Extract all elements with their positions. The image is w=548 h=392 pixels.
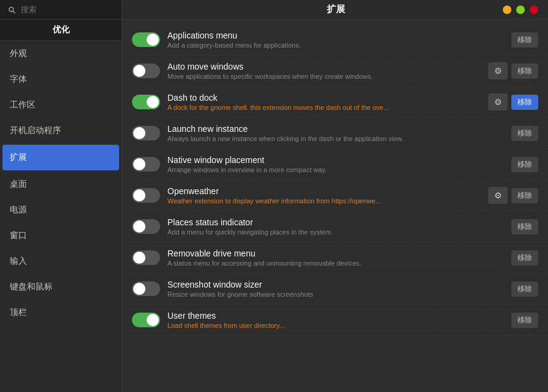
sidebar: 优化 外观字体工作区开机启动程序扩展桌面电源窗口输入键盘和鼠标顶栏 <box>0 0 122 392</box>
ext-actions: 移除 <box>511 126 538 141</box>
remove-button[interactable]: 移除 <box>511 126 538 141</box>
ext-desc: Arrange windows in overview in a more co… <box>167 166 473 173</box>
sidebar-items-list: 外观字体工作区开机启动程序扩展桌面电源窗口输入键盘和鼠标顶栏 <box>0 41 122 392</box>
minimize-button[interactable] <box>503 5 511 14</box>
ext-name: Screenshot window sizer <box>167 280 504 289</box>
sidebar-item-顶栏[interactable]: 顶栏 <box>0 300 122 325</box>
ext-name: Applications menu <box>167 31 504 40</box>
gear-button[interactable]: ⚙ <box>488 62 508 79</box>
ext-info-places-status-indicator: Places status indicatorAdd a menu for qu… <box>167 217 504 236</box>
sidebar-item-电源[interactable]: 电源 <box>0 197 122 223</box>
toggle-removable-drive-menu[interactable] <box>132 250 160 265</box>
extension-item: Screenshot window sizerResize windows fo… <box>122 274 548 305</box>
ext-info-openweather: OpenweatherWeather extension to display … <box>167 186 481 205</box>
toggle-auto-move-windows[interactable] <box>132 64 160 78</box>
ext-actions: 移除 <box>511 281 538 297</box>
sidebar-item-键盘和鼠标[interactable]: 键盘和鼠标 <box>0 274 122 300</box>
ext-desc: Add a category-based menu for applicatio… <box>167 42 473 49</box>
toggle-applications-menu[interactable] <box>132 32 160 47</box>
remove-button[interactable]: 移除 <box>511 219 538 234</box>
maximize-button[interactable] <box>516 5 525 14</box>
ext-info-launch-new-instance: Launch new instanceAlways launch a new i… <box>167 124 504 142</box>
ext-desc: A dock for the gnome shell. this extensi… <box>167 104 473 111</box>
ext-actions: 移除 <box>511 313 538 328</box>
ext-name: Dash to dock <box>167 93 481 103</box>
gear-button[interactable]: ⚙ <box>488 187 508 204</box>
main-content: 扩展 Applications menuAdd a category-based… <box>122 0 548 392</box>
ext-info-native-window-placement: Native window placementArrange windows i… <box>167 155 504 173</box>
remove-button[interactable]: 移除 <box>511 95 538 110</box>
sidebar-item-桌面[interactable]: 桌面 <box>0 172 122 197</box>
extensions-list: Applications menuAdd a category-based me… <box>122 20 548 392</box>
window-controls <box>503 5 538 14</box>
ext-actions: 移除 <box>511 157 538 172</box>
toggle-places-status-indicator[interactable] <box>132 219 160 234</box>
remove-button[interactable]: 移除 <box>511 250 538 266</box>
ext-name: Removable drive menu <box>167 249 504 258</box>
sidebar-item-开机启动程序[interactable]: 开机启动程序 <box>0 118 122 143</box>
ext-name: Auto move windows <box>167 62 481 71</box>
ext-name: User themes <box>167 311 504 321</box>
ext-info-removable-drive-menu: Removable drive menuA status menu for ac… <box>167 249 504 267</box>
extension-item: Native window placementArrange windows i… <box>122 149 548 180</box>
ext-info-dash-to-dock: Dash to dockA dock for the gnome shell. … <box>167 93 481 111</box>
remove-button[interactable]: 移除 <box>511 188 538 203</box>
extension-item: Launch new instanceAlways launch a new i… <box>122 118 548 149</box>
extension-item: Applications menuAdd a category-based me… <box>122 24 548 56</box>
ext-actions: 移除 <box>511 250 538 266</box>
ext-name: Places status indicator <box>167 217 504 227</box>
page-title: 扩展 <box>169 4 503 15</box>
toggle-native-window-placement[interactable] <box>132 157 160 172</box>
main-header: 扩展 <box>122 0 548 20</box>
search-bar[interactable] <box>0 0 122 20</box>
ext-desc: Always launch a new instance when clicki… <box>167 135 473 142</box>
toggle-openweather[interactable] <box>132 188 160 203</box>
ext-desc: A status menu for accessing and unmounti… <box>167 260 473 267</box>
ext-desc: Load shell themes from user directory... <box>167 322 473 329</box>
ext-actions: 移除 <box>511 219 538 234</box>
toggle-launch-new-instance[interactable] <box>132 126 160 140</box>
ext-info-user-themes: User themesLoad shell themes from user d… <box>167 311 504 329</box>
toggle-dash-to-dock[interactable] <box>132 95 160 109</box>
close-button[interactable] <box>530 5 538 14</box>
ext-actions: ⚙移除 <box>488 62 538 79</box>
remove-button[interactable]: 移除 <box>511 281 538 297</box>
extension-item: Auto move windowsMove applications to sp… <box>122 56 548 87</box>
extension-item: User themesLoad shell themes from user d… <box>122 305 548 336</box>
sidebar-item-外观[interactable]: 外观 <box>0 41 122 67</box>
toggle-screenshot-window-sizer[interactable] <box>132 281 160 296</box>
ext-actions: ⚙移除 <box>488 187 538 204</box>
extension-item: Places status indicatorAdd a menu for qu… <box>122 211 548 242</box>
remove-button[interactable]: 移除 <box>511 157 538 172</box>
ext-desc: Add a menu for quickly navigating places… <box>167 228 473 236</box>
sidebar-item-字体[interactable]: 字体 <box>0 67 122 92</box>
sidebar-item-工作区[interactable]: 工作区 <box>0 92 122 118</box>
search-input[interactable] <box>21 5 114 14</box>
ext-actions: ⚙移除 <box>488 93 538 111</box>
ext-desc: Move applications to specific workspaces… <box>167 73 473 80</box>
sidebar-item-扩展[interactable]: 扩展 <box>2 145 119 170</box>
ext-info-applications-menu: Applications menuAdd a category-based me… <box>167 31 504 49</box>
extension-item: OpenweatherWeather extension to display … <box>122 180 548 211</box>
ext-name: Native window placement <box>167 155 504 165</box>
toggle-user-themes[interactable] <box>132 313 160 327</box>
remove-button[interactable]: 移除 <box>511 313 538 328</box>
sidebar-app-title: 优化 <box>0 20 122 41</box>
sidebar-item-窗口[interactable]: 窗口 <box>0 223 122 249</box>
ext-info-screenshot-window-sizer: Screenshot window sizerResize windows fo… <box>167 280 504 298</box>
extension-item: Dash to dockA dock for the gnome shell. … <box>122 87 548 118</box>
remove-button[interactable]: 移除 <box>511 64 538 79</box>
ext-desc: Resize windows for gnome software screen… <box>167 291 473 298</box>
ext-desc: Weather extension to display weather inf… <box>167 197 473 205</box>
ext-name: Openweather <box>167 186 481 196</box>
ext-actions: 移除 <box>511 32 538 48</box>
remove-button[interactable]: 移除 <box>511 32 538 48</box>
ext-info-auto-move-windows: Auto move windowsMove applications to sp… <box>167 62 481 80</box>
gear-button[interactable]: ⚙ <box>488 93 508 111</box>
extension-item: Removable drive menuA status menu for ac… <box>122 242 548 274</box>
ext-name: Launch new instance <box>167 124 504 134</box>
search-icon <box>7 5 16 14</box>
sidebar-item-输入[interactable]: 输入 <box>0 249 122 274</box>
